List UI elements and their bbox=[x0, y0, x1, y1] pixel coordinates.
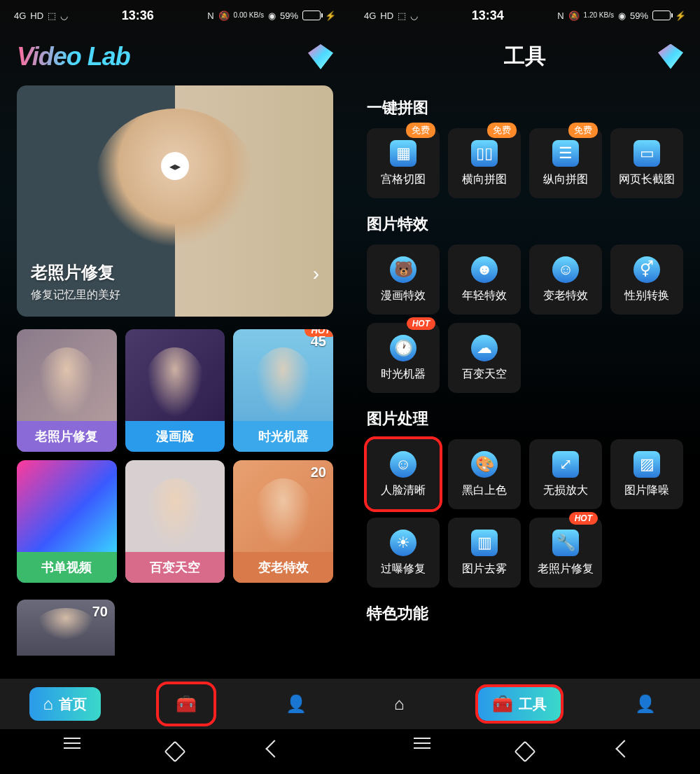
header: 工具 bbox=[350, 31, 700, 85]
toolbox-icon: 🧰 bbox=[492, 694, 513, 714]
nfc-icon: N bbox=[557, 11, 564, 21]
tool-long-screenshot[interactable]: ▭ 网页长截图 bbox=[610, 128, 683, 198]
exposure-icon: ☀ bbox=[390, 530, 416, 556]
nav-home[interactable]: ⌂ 首页 bbox=[29, 687, 102, 721]
hd-icon: HD bbox=[30, 11, 43, 21]
card-comic-face[interactable]: 漫画脸 bbox=[125, 329, 225, 452]
page-title: 工具 bbox=[504, 42, 546, 71]
nav-tools[interactable]: 🧰 工具 bbox=[478, 687, 561, 721]
tool-grid-cut[interactable]: 免费 ▦ 宫格切图 bbox=[367, 128, 440, 198]
young-icon: ☻ bbox=[471, 256, 498, 283]
battery-pct: 59% bbox=[280, 11, 298, 21]
app-icon-1: ⬚ bbox=[398, 11, 406, 21]
tool-exposure-fix[interactable]: ☀ 过曝修复 bbox=[367, 518, 440, 588]
system-nav bbox=[350, 729, 700, 774]
tool-face-clear[interactable]: ☺ 人脸清晰 bbox=[367, 439, 440, 509]
recent-apps-button[interactable] bbox=[414, 742, 432, 761]
section-special-title: 特色功能 bbox=[350, 590, 700, 631]
charging-icon: ⚡ bbox=[325, 11, 336, 21]
card-number: 20 bbox=[311, 464, 326, 481]
hero-subtitle: 修复记忆里的美好 bbox=[31, 288, 291, 303]
nav-profile[interactable]: 👤 bbox=[272, 687, 321, 721]
gender-icon: ⚥ bbox=[634, 256, 660, 283]
bottom-nav: ⌂ 🧰 工具 👤 bbox=[350, 679, 700, 729]
nav-home[interactable]: ⌂ bbox=[380, 687, 419, 721]
vip-diamond-icon[interactable] bbox=[658, 44, 683, 69]
section-effects-title: 图片特效 bbox=[350, 201, 700, 242]
dehaze-icon: ▥ bbox=[471, 530, 498, 556]
rows-icon: ☰ bbox=[552, 140, 579, 167]
section-collage-title: 一键拼图 bbox=[350, 85, 700, 125]
app-icon-1: ⬚ bbox=[48, 11, 56, 21]
hero-card[interactable]: ◂▸ 老照片修复 修复记忆里的美好 › bbox=[17, 85, 333, 317]
hero-title: 老照片修复 bbox=[31, 261, 291, 284]
free-badge: 免费 bbox=[568, 123, 598, 138]
header: Video Lab bbox=[0, 31, 350, 85]
tool-upscale[interactable]: ⤢ 无损放大 bbox=[529, 439, 602, 509]
toolbox-icon: 🧰 bbox=[176, 694, 197, 714]
tool-old-effect[interactable]: ☺ 变老特效 bbox=[529, 244, 602, 315]
card-number: 70 bbox=[92, 604, 108, 620]
cloud-icon: ☁ bbox=[471, 335, 498, 361]
home-button[interactable] bbox=[514, 740, 536, 762]
bottom-nav: ⌂ 首页 🧰 👤 bbox=[0, 679, 350, 729]
tool-old-photo-repair[interactable]: HOT 🔧 老照片修复 bbox=[529, 518, 602, 588]
speed: 1.20 KB/s bbox=[584, 12, 614, 19]
card-partial[interactable]: 70 bbox=[17, 600, 115, 656]
status-bar: 4G HD ⬚ ◡ 13:36 N 🔕 0.00 KB/s ◉ 59% ⚡ bbox=[0, 0, 350, 31]
palette-icon: 🎨 bbox=[471, 451, 498, 478]
profile-icon: 👤 bbox=[286, 694, 307, 714]
tool-horizontal-collage[interactable]: 免费 ▯▯ 横向拼图 bbox=[448, 128, 521, 198]
tool-gender-swap[interactable]: ⚥ 性别转换 bbox=[610, 244, 683, 315]
app-icon-2: ◡ bbox=[410, 11, 418, 21]
nav-tools[interactable]: 🧰 bbox=[159, 684, 214, 724]
card-booklist-video[interactable]: 书单视频 bbox=[17, 460, 117, 583]
grid-icon: ▦ bbox=[390, 140, 416, 167]
battery-icon bbox=[302, 11, 321, 20]
tool-colorize[interactable]: 🎨 黑白上色 bbox=[448, 439, 521, 509]
repair-icon: 🔧 bbox=[552, 530, 579, 556]
chevron-right-icon[interactable]: › bbox=[313, 263, 319, 285]
recent-apps-button[interactable] bbox=[64, 742, 82, 761]
wifi-icon: ◉ bbox=[618, 11, 626, 21]
app-title: Video Lab bbox=[17, 42, 130, 71]
home-icon: ⌂ bbox=[394, 694, 405, 714]
card-aging[interactable]: 20 变老特效 bbox=[233, 460, 333, 583]
battery-icon bbox=[652, 11, 671, 20]
battery-pct: 59% bbox=[630, 11, 648, 21]
home-button[interactable] bbox=[164, 740, 186, 762]
hot-badge: HOT bbox=[569, 512, 598, 525]
charging-icon: ⚡ bbox=[675, 11, 686, 21]
tool-denoise[interactable]: ▨ 图片降噪 bbox=[610, 439, 683, 509]
tool-sky-change[interactable]: ☁ 百变天空 bbox=[448, 323, 521, 393]
tool-dehaze[interactable]: ▥ 图片去雾 bbox=[448, 518, 521, 588]
free-badge: 免费 bbox=[487, 123, 517, 138]
tool-time-machine[interactable]: HOT 🕐 时光机器 bbox=[367, 323, 440, 393]
mute-icon: 🔕 bbox=[568, 11, 580, 21]
tool-young-effect[interactable]: ☻ 年轻特效 bbox=[448, 244, 521, 315]
screen-home: 4G HD ⬚ ◡ 13:36 N 🔕 0.00 KB/s ◉ 59% ⚡ Vi… bbox=[0, 0, 350, 774]
vip-diamond-icon[interactable] bbox=[308, 44, 333, 69]
home-icon: ⌂ bbox=[43, 694, 54, 714]
card-time-machine[interactable]: HOT 45 时光机器 bbox=[233, 329, 333, 452]
compare-slider-icon[interactable]: ◂▸ bbox=[161, 152, 189, 180]
back-button[interactable] bbox=[268, 742, 286, 761]
bear-icon: 🐻 bbox=[390, 256, 416, 283]
profile-icon: 👤 bbox=[635, 694, 656, 714]
nav-profile[interactable]: 👤 bbox=[621, 687, 670, 721]
back-button[interactable] bbox=[618, 742, 636, 761]
speed: 0.00 KB/s bbox=[234, 12, 264, 19]
status-bar: 4G HD ⬚ ◡ 13:34 N 🔕 1.20 KB/s ◉ 59% ⚡ bbox=[350, 0, 700, 31]
denoise-icon: ▨ bbox=[634, 451, 660, 478]
card-number: 45 bbox=[311, 333, 326, 350]
old-icon: ☺ bbox=[552, 256, 579, 283]
tool-vertical-collage[interactable]: 免费 ☰ 纵向拼图 bbox=[529, 128, 602, 198]
app-icon-2: ◡ bbox=[60, 11, 68, 21]
mute-icon: 🔕 bbox=[218, 11, 230, 21]
card-old-photo[interactable]: 老照片修复 bbox=[17, 329, 117, 452]
tool-comic-effect[interactable]: 🐻 漫画特效 bbox=[367, 244, 440, 315]
card-sky[interactable]: 百变天空 bbox=[125, 460, 225, 583]
system-nav bbox=[0, 729, 350, 774]
free-badge: 免费 bbox=[406, 123, 435, 138]
nfc-icon: N bbox=[207, 11, 214, 21]
